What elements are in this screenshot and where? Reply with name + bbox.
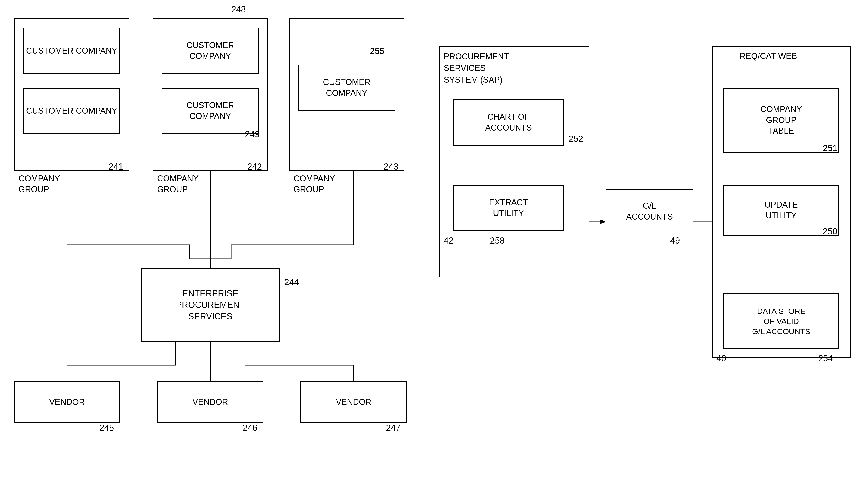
group2-ref-top: 248	[231, 4, 246, 14]
data-store-ref-254: 254	[818, 354, 833, 363]
chart-of-accounts-box: CHART OFACCOUNTS	[453, 99, 564, 146]
group3-box1: CUSTOMERCOMPANY	[298, 65, 395, 111]
group2-box2: CUSTOMERCOMPANY	[162, 88, 259, 134]
extract-utility-box: EXTRACTUTILITY	[453, 185, 564, 231]
req-cat-label: REQ/CAT WEB	[740, 51, 797, 62]
group1-box1: CUSTOMER COMPANY	[23, 28, 120, 74]
group2-label: COMPANYGROUP	[157, 173, 199, 195]
company-group-table-ref: 251	[823, 143, 837, 153]
company-group-table-box: COMPANYGROUPTABLE	[723, 88, 839, 153]
group3-label: COMPANYGROUP	[293, 173, 335, 195]
group1-label: COMPANYGROUP	[19, 173, 60, 195]
vendor1-ref: 245	[99, 423, 114, 433]
group1-ref: 241	[109, 162, 123, 172]
ref-258: 258	[490, 236, 504, 246]
svg-marker-19	[600, 220, 606, 224]
gl-accounts-ref: 49	[670, 236, 680, 246]
gl-accounts-box: G/LACCOUNTS	[606, 190, 693, 233]
diagram: CUSTOMER COMPANY CUSTOMER COMPANY COMPAN…	[0, 0, 866, 504]
chart-of-accounts-ref: 252	[568, 134, 583, 144]
vendor2-ref: 246	[243, 423, 257, 433]
extract-utility-ref: 42	[444, 236, 454, 246]
group2-ref: 242	[247, 162, 262, 172]
procurement-label: PROCUREMENTSERVICESSYSTEM (SAP)	[444, 51, 509, 86]
vendor2-box: VENDOR	[157, 381, 264, 423]
group2-ref-inner: 249	[245, 130, 259, 139]
group1-box2: CUSTOMER COMPANY	[23, 88, 120, 134]
update-utility-box: UPDATEUTILITY	[723, 185, 839, 236]
vendor3-ref: 247	[386, 423, 401, 433]
group3-ref-inner: 255	[370, 46, 384, 56]
group3-ref: 243	[384, 162, 398, 172]
vendor3-box: VENDOR	[300, 381, 407, 423]
enterprise-box: ENTERPRISEPROCUREMENTSERVICES	[141, 268, 280, 342]
update-utility-ref: 250	[823, 226, 837, 236]
enterprise-ref: 244	[284, 277, 299, 287]
group2-box1: CUSTOMERCOMPANY	[162, 28, 259, 74]
data-store-box: DATA STOREOF VALIDG/L ACCOUNTS	[723, 293, 839, 349]
data-store-ref-40: 40	[717, 354, 726, 363]
vendor1-box: VENDOR	[14, 381, 120, 423]
